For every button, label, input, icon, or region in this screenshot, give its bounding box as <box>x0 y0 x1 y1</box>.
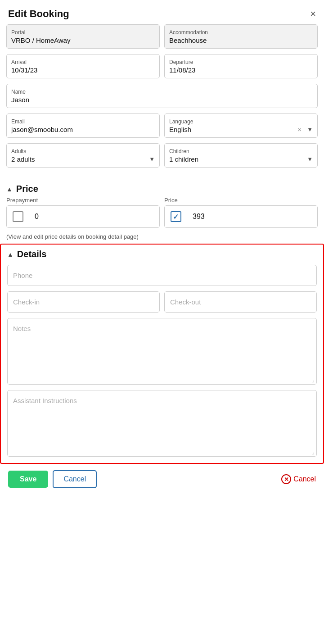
portal-group: Portal VRBO / HomeAway <box>6 24 160 49</box>
name-field[interactable]: Name <box>6 84 318 108</box>
accommodation-field: Accommodation Beachhouse <box>164 24 318 49</box>
arrival-label: Arrival <box>11 59 155 65</box>
price-note: (View and edit price details on booking … <box>0 231 324 244</box>
prepayment-group: Prepayment <box>6 197 160 228</box>
adults-group: Adults 2 adults ▼ <box>6 143 160 168</box>
notes-resize-handle: ⌟ <box>8 377 316 384</box>
children-select[interactable]: 1 children ▼ <box>169 155 313 163</box>
details-section: ▲ Details ⌟ <box>0 244 324 464</box>
email-language-row: Email Language English × ▼ <box>6 113 318 138</box>
cancel-circle-icon: ✕ <box>281 474 291 484</box>
language-clear-icon[interactable]: × <box>297 126 302 133</box>
name-row: Name <box>6 84 318 108</box>
assistant-resize-handle: ⌟ <box>8 449 316 456</box>
language-select[interactable]: English × ▼ <box>169 126 313 133</box>
portal-field: Portal VRBO / HomeAway <box>6 24 160 49</box>
price-section-title: Price <box>16 184 38 194</box>
adults-children-row: Adults 2 adults ▼ Children 1 children ▼ <box>6 143 318 168</box>
footer: Save Cancel ✕ Cancel <box>0 464 324 496</box>
price-group: Price ✓ <box>164 197 318 228</box>
checkin-checkout-row <box>7 291 317 313</box>
checkout-field[interactable] <box>164 291 317 313</box>
prepayment-input[interactable] <box>29 213 159 221</box>
language-field[interactable]: Language English × ▼ <box>164 113 318 138</box>
cancel-red-label: Cancel <box>293 475 316 483</box>
departure-group: Departure <box>164 54 318 78</box>
adults-label: Adults <box>11 148 155 154</box>
children-field[interactable]: Children 1 children ▼ <box>164 143 318 168</box>
portal-accommodation-row: Portal VRBO / HomeAway Accommodation Bea… <box>6 24 318 49</box>
notes-field[interactable]: ⌟ <box>7 318 317 385</box>
email-label: Email <box>11 118 155 125</box>
details-chevron-icon: ▲ <box>7 251 14 258</box>
name-input[interactable] <box>11 96 313 104</box>
language-label: Language <box>169 118 313 125</box>
email-input[interactable] <box>11 126 155 133</box>
accommodation-label: Accommodation <box>169 29 313 36</box>
checkin-input[interactable] <box>13 298 154 306</box>
price-checkbox[interactable]: ✓ <box>165 206 187 227</box>
checkout-input[interactable] <box>170 298 311 306</box>
prepayment-checkbox[interactable] <box>7 206 29 227</box>
modal-title: Edit Booking <box>8 8 69 20</box>
accommodation-value: Beachhouse <box>169 36 313 44</box>
adults-value: 2 adults <box>11 155 35 163</box>
departure-label: Departure <box>169 59 313 65</box>
close-button[interactable]: × <box>310 9 316 19</box>
price-input-row: ✓ <box>164 205 318 228</box>
arrival-group: Arrival <box>6 54 160 78</box>
phone-field[interactable] <box>7 265 317 286</box>
language-group: Language English × ▼ <box>164 113 318 138</box>
notes-textarea[interactable] <box>8 318 316 377</box>
name-group: Name <box>6 84 318 108</box>
assistant-instructions-textarea[interactable] <box>8 390 316 449</box>
price-input[interactable] <box>187 213 317 221</box>
checkin-field[interactable] <box>7 291 160 313</box>
adults-chevron-icon: ▼ <box>149 156 155 163</box>
arrival-field[interactable]: Arrival <box>6 54 160 78</box>
children-group: Children 1 children ▼ <box>164 143 318 168</box>
accommodation-group: Accommodation Beachhouse <box>164 24 318 49</box>
arrival-departure-row: Arrival Departure <box>6 54 318 78</box>
prepayment-input-row <box>6 205 160 228</box>
language-chevron-icon: ▼ <box>307 126 313 133</box>
children-value: 1 children <box>169 155 198 163</box>
price-chevron-icon: ▲ <box>6 186 13 193</box>
cancel-red-button[interactable]: ✕ Cancel <box>281 474 316 484</box>
departure-field[interactable]: Departure <box>164 54 318 78</box>
prepayment-checkbox-inner[interactable] <box>13 211 23 222</box>
form-body: Portal VRBO / HomeAway Accommodation Bea… <box>0 24 324 180</box>
details-section-header: ▲ Details <box>1 245 323 262</box>
details-section-title: Details <box>17 249 47 259</box>
children-chevron-icon: ▼ <box>307 156 313 163</box>
departure-input[interactable] <box>169 66 313 74</box>
edit-booking-modal: Edit Booking × Portal VRBO / HomeAway Ac… <box>0 0 324 644</box>
checkmark-icon: ✓ <box>173 213 179 221</box>
price-checkbox-inner[interactable]: ✓ <box>171 211 181 222</box>
email-field[interactable]: Email <box>6 113 160 138</box>
price-row: Prepayment Price ✓ <box>0 197 324 228</box>
name-label: Name <box>11 89 313 95</box>
adults-field[interactable]: Adults 2 adults ▼ <box>6 143 160 168</box>
details-body: ⌟ ⌟ <box>1 262 323 463</box>
assistant-instructions-field[interactable]: ⌟ <box>7 390 317 457</box>
language-value: English <box>169 126 191 133</box>
price-section-header: ▲ Price <box>0 180 324 197</box>
prepayment-label: Prepayment <box>6 197 160 204</box>
price-label: Price <box>164 197 318 204</box>
portal-label: Portal <box>11 29 155 36</box>
children-label: Children <box>169 148 313 154</box>
footer-left: Save Cancel <box>8 470 97 488</box>
portal-value: VRBO / HomeAway <box>11 36 155 44</box>
cancel-button[interactable]: Cancel <box>53 470 97 488</box>
phone-input[interactable] <box>13 272 311 279</box>
save-button[interactable]: Save <box>8 471 48 488</box>
modal-header: Edit Booking × <box>0 0 324 24</box>
email-group: Email <box>6 113 160 138</box>
adults-select[interactable]: 2 adults ▼ <box>11 155 155 163</box>
arrival-input[interactable] <box>11 66 155 74</box>
